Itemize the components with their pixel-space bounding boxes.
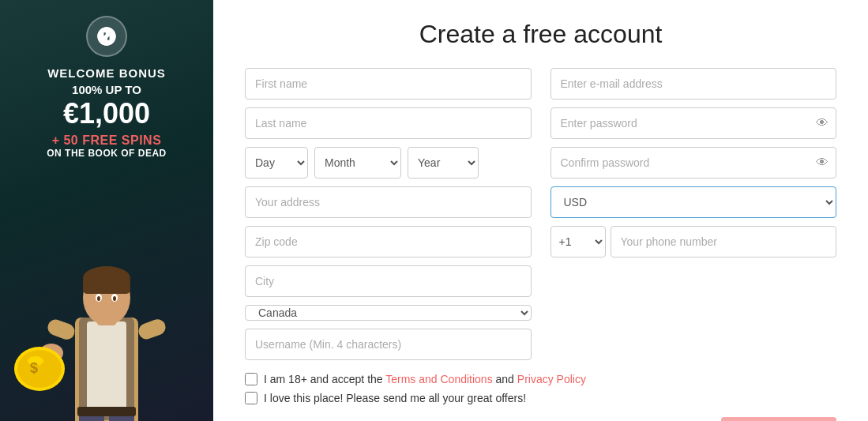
address-input[interactable]	[245, 186, 532, 218]
svg-point-9	[97, 296, 100, 301]
email-input[interactable]	[550, 68, 837, 100]
left-panel: WELCOME BONUS 100% UP TO €1,000 + 50 FRE…	[0, 0, 213, 421]
currency-select[interactable]: USD EUR GBP CAD	[550, 186, 837, 218]
form-right-column: 👁 👁 USD EUR GBP CAD +1 +44 +61 +49	[550, 68, 837, 360]
password-eye-icon[interactable]: 👁	[816, 116, 829, 130]
logo-icon	[96, 25, 118, 47]
country-code-select[interactable]: +1 +44 +61 +49	[550, 226, 606, 257]
last-name-input[interactable]	[245, 107, 532, 139]
form-grid: Day 12345 678910 15202528293031 Month Ja…	[245, 68, 836, 360]
privacy-link[interactable]: Privacy Policy	[517, 373, 586, 385]
character-svg: $	[8, 223, 205, 421]
svg-rect-3	[87, 321, 126, 416]
bonus-percent: 100% UP TO	[72, 83, 141, 97]
zip-input[interactable]	[245, 226, 532, 257]
svg-rect-6	[83, 278, 130, 294]
phone-input[interactable]	[611, 226, 837, 257]
continue-button[interactable]: Continue	[721, 417, 836, 421]
svg-text:$: $	[30, 360, 38, 376]
svg-point-10	[113, 296, 116, 301]
phone-row: +1 +44 +61 +49	[550, 226, 837, 257]
password-input[interactable]	[550, 107, 837, 139]
terms-checkbox-row: I am 18+ and accept the Terms and Condit…	[245, 373, 836, 385]
username-input[interactable]	[245, 329, 532, 360]
terms-checkbox[interactable]	[245, 373, 257, 385]
confirm-password-wrapper: 👁	[550, 147, 837, 179]
character-illustration: $	[0, 207, 213, 421]
svg-rect-20	[77, 407, 136, 416]
svg-rect-12	[137, 317, 168, 341]
form-left-column: Day 12345 678910 15202528293031 Month Ja…	[245, 68, 532, 360]
svg-rect-11	[46, 318, 77, 342]
page-title: Create a free account	[245, 20, 836, 49]
country-select[interactable]: Canada United States United Kingdom Aust…	[245, 305, 532, 321]
right-panel: Create a free account Day 12345 678910 1…	[213, 0, 868, 421]
day-select[interactable]: Day 12345 678910 15202528293031	[245, 147, 308, 179]
confirm-password-input[interactable]	[550, 147, 837, 179]
logo	[86, 16, 127, 57]
first-name-input[interactable]	[245, 68, 532, 100]
checkboxes-section: I am 18+ and accept the Terms and Condit…	[245, 373, 836, 404]
terms-link[interactable]: Terms and Conditions	[385, 373, 492, 385]
year-select[interactable]: Year 2005200019951990 1985198019751970	[408, 147, 479, 179]
free-spins: + 50 FREE SPINS	[52, 133, 162, 148]
svg-rect-21	[97, 310, 116, 325]
dob-row: Day 12345 678910 15202528293031 Month Ja…	[245, 147, 532, 179]
confirm-password-eye-icon[interactable]: 👁	[816, 156, 829, 170]
terms-label: I am 18+ and accept the Terms and Condit…	[264, 373, 586, 385]
offers-checkbox[interactable]	[245, 392, 257, 404]
welcome-bonus-label: WELCOME BONUS	[47, 66, 166, 80]
city-input[interactable]	[245, 265, 532, 297]
svg-point-15	[17, 350, 62, 388]
password-wrapper: 👁	[550, 107, 837, 139]
offers-label: I love this place! Please send me all yo…	[264, 392, 526, 404]
bonus-amount: €1,000	[63, 97, 150, 130]
month-select[interactable]: Month JanuaryFebruaryMarch AprilMayJune …	[314, 147, 401, 179]
book-of-dead: ON THE BOOK OF DEAD	[47, 148, 167, 159]
offers-checkbox-row: I love this place! Please send me all yo…	[245, 392, 836, 404]
bottom-row: Continue	[245, 417, 836, 421]
